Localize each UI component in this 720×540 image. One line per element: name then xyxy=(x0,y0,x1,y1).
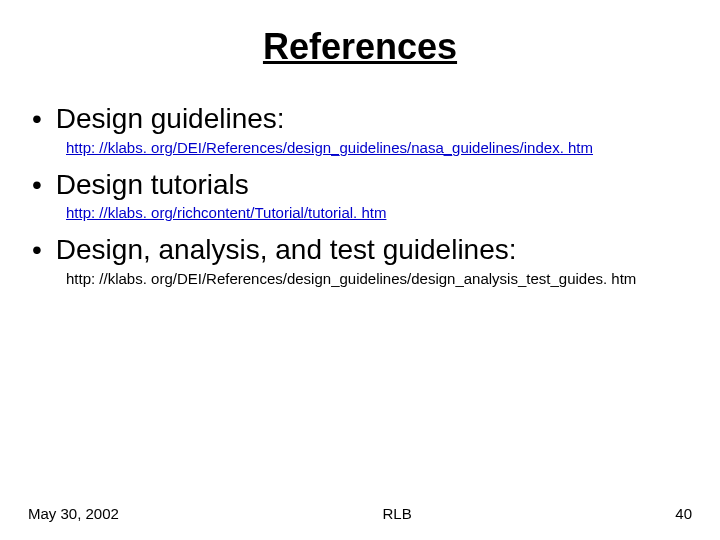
bullet-item: • Design guidelines: http: //klabs. org/… xyxy=(32,102,692,156)
bullet-dot-icon: • xyxy=(32,105,42,133)
bullet-item: • Design tutorials http: //klabs. org/ri… xyxy=(32,168,692,222)
slide-title: References xyxy=(28,26,692,68)
bullet-item: • Design, analysis, and test guidelines:… xyxy=(32,233,692,287)
reference-link[interactable]: http: //klabs. org/richcontent/Tutorial/… xyxy=(66,204,386,221)
bullet-label: Design, analysis, and test guidelines: xyxy=(56,233,517,267)
footer-date: May 30, 2002 xyxy=(28,505,119,522)
slide: References • Design guidelines: http: //… xyxy=(0,0,720,540)
reference-text: http: //klabs. org/DEI/References/design… xyxy=(66,270,636,287)
footer-page: 40 xyxy=(675,505,692,522)
reference-link[interactable]: http: //klabs. org/DEI/References/design… xyxy=(66,139,593,156)
footer-author: RLB xyxy=(383,505,412,522)
slide-footer: May 30, 2002 RLB 40 xyxy=(28,505,692,522)
bullet-label: Design tutorials xyxy=(56,168,249,202)
bullet-dot-icon: • xyxy=(32,236,42,264)
bullet-list: • Design guidelines: http: //klabs. org/… xyxy=(28,102,692,287)
bullet-dot-icon: • xyxy=(32,171,42,199)
bullet-label: Design guidelines: xyxy=(56,102,285,136)
